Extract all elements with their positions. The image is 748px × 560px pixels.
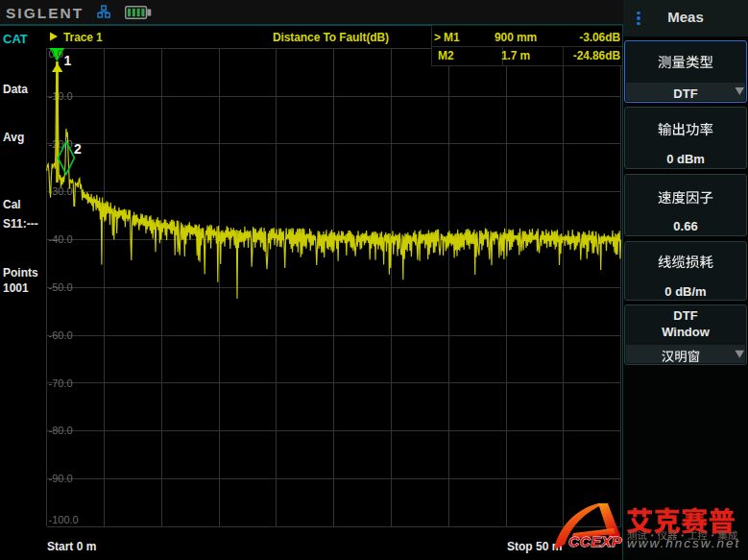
svg-text:Trace 1: Trace 1 bbox=[63, 31, 103, 44]
svg-text:-50.0: -50.0 bbox=[49, 281, 73, 293]
svg-text:-10.0: -10.0 bbox=[49, 90, 73, 102]
svg-text:-90.0: -90.0 bbox=[49, 473, 73, 484]
svg-text:CCEXP: CCEXP bbox=[568, 533, 622, 549]
svg-text:Start 0 m: Start 0 m bbox=[47, 540, 96, 553]
svg-text:2: 2 bbox=[74, 141, 82, 157]
svg-text:www.hncsw.net: www.hncsw.net bbox=[627, 536, 740, 550]
svg-text:900 mm: 900 mm bbox=[495, 31, 537, 44]
svg-text:-40.0: -40.0 bbox=[49, 233, 73, 245]
svg-text:Distance To Fault(dB): Distance To Fault(dB) bbox=[273, 31, 389, 44]
svg-text:-70.0: -70.0 bbox=[49, 377, 73, 389]
svg-text:1.7 m: 1.7 m bbox=[501, 49, 530, 62]
svg-text:-80.0: -80.0 bbox=[49, 425, 73, 436]
svg-text:-3.06dB: -3.06dB bbox=[579, 31, 620, 44]
svg-text:-100.0: -100.0 bbox=[49, 514, 79, 525]
svg-text:M1: M1 bbox=[444, 31, 460, 44]
svg-text:>: > bbox=[434, 31, 441, 44]
svg-text:M2: M2 bbox=[438, 49, 454, 62]
svg-text:-60.0: -60.0 bbox=[49, 329, 73, 341]
svg-text:1: 1 bbox=[64, 53, 72, 68]
svg-text:-24.86dB: -24.86dB bbox=[573, 49, 621, 62]
svg-text:0.0: 0.0 bbox=[49, 48, 63, 60]
